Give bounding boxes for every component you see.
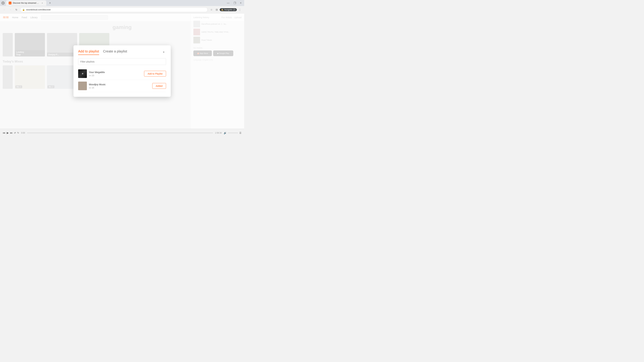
incognito-badge[interactable]: 🕵 Incognito (2) xyxy=(220,8,237,11)
filter-playlists-input[interactable] xyxy=(78,58,166,65)
volume-button[interactable]: 🔊 xyxy=(224,132,226,134)
split-view-button[interactable]: ⊟ xyxy=(214,7,219,12)
page-content: ≋≋ Home Feed Library For Artists Upload … xyxy=(0,13,244,129)
play-button[interactable]: ▶ xyxy=(7,131,9,134)
modal-tabs: Add to playlist Create a playlist xyxy=(78,49,127,55)
moodjoy-thumbnail xyxy=(78,82,87,90)
player-right-controls: 🔊 ☰ xyxy=(224,132,242,134)
modal-header: Add to playlist Create a playlist × xyxy=(74,45,171,55)
refresh-button[interactable]: ↻ xyxy=(14,7,19,12)
incognito-label: Incognito (2) xyxy=(224,8,236,11)
security-icon: 🔒 xyxy=(22,8,25,11)
shuffle-button[interactable]: ⇄ xyxy=(14,132,16,134)
tab-list-button[interactable]: ▾ xyxy=(1,1,5,5)
browser-toolbar: ← → ↻ 🔒 soundcloud.com/discover ☆ ⊟ 🕵 In… xyxy=(0,6,244,13)
player-controls: ⏮ ▶ ⏭ ⇄ ↻ xyxy=(3,131,19,134)
back-button[interactable]: ← xyxy=(2,7,7,12)
tab-close-button[interactable]: × xyxy=(41,2,44,4)
tab-favicon: SC xyxy=(9,2,12,4)
modal-close-button[interactable]: × xyxy=(161,50,166,54)
browser-menu-button[interactable]: ⋮ xyxy=(238,7,242,12)
volume-slider[interactable] xyxy=(228,133,238,133)
tab-create-playlist[interactable]: Create a playlist xyxy=(103,49,127,55)
moodjoy-name: Moodjoy Music xyxy=(89,83,150,86)
browser-title-bar: ▾ SC Discover the top streamed mus... × … xyxy=(0,0,244,6)
megamix-track-count: 23 xyxy=(92,74,94,77)
time-elapsed: 0:00 xyxy=(21,132,25,134)
time-total: 1:58:34 xyxy=(215,132,222,134)
forward-button[interactable]: → xyxy=(8,7,13,12)
player-bar: ⏮ ▶ ⏭ ⇄ ↻ 0:00 1:58:34 🔊 ☰ xyxy=(0,129,244,137)
address-bar[interactable]: 🔒 soundcloud.com/discover xyxy=(20,7,208,12)
playlist-item-moodjoy: Moodjoy Music ≡≡ 15 Added xyxy=(78,80,166,92)
prev-button[interactable]: ⏮ xyxy=(3,131,5,134)
toolbar-right: ☆ ⊟ 🕵 Incognito (2) ⋮ xyxy=(209,7,242,12)
close-window-button[interactable]: × xyxy=(239,1,243,5)
added-to-moodjoy-button[interactable]: Added xyxy=(152,83,166,89)
repeat-button[interactable]: ↻ xyxy=(17,132,19,134)
maximize-button[interactable]: ❐ xyxy=(232,1,237,5)
tab-title: Discover the top streamed mus... xyxy=(13,2,40,4)
add-to-megamix-button[interactable]: Add to Playlist xyxy=(144,71,166,77)
megamix-info: Your MegaMix ≡≡ 23 xyxy=(89,71,142,77)
megamix-thumbnail: ✦ xyxy=(78,69,87,78)
track-count-icon-1: ≡≡ xyxy=(89,74,91,76)
queue-button[interactable]: ☰ xyxy=(239,132,242,134)
add-to-playlist-modal: Add to playlist Create a playlist × ✦ Yo… xyxy=(74,45,171,97)
track-count-icon-2: ≡≡ xyxy=(89,87,91,89)
moodjoy-info: Moodjoy Music ≡≡ 15 xyxy=(89,83,150,89)
moodjoy-track-count: 15 xyxy=(92,86,94,89)
megamix-name: Your MegaMix xyxy=(89,71,142,73)
incognito-icon: 🕵 xyxy=(221,8,224,11)
browser-tab-active[interactable]: SC Discover the top streamed mus... × xyxy=(6,0,46,6)
minimize-button[interactable]: — xyxy=(226,1,231,5)
megamix-count: ≡≡ 23 xyxy=(89,74,142,77)
new-tab-button[interactable]: + xyxy=(48,1,52,5)
moodjoy-count: ≡≡ 15 xyxy=(89,86,150,89)
next-button[interactable]: ⏭ xyxy=(10,131,13,134)
tab-add-to-playlist[interactable]: Add to playlist xyxy=(78,49,99,55)
browser-chrome: ▾ SC Discover the top streamed mus... × … xyxy=(0,0,244,13)
player-progress-bar[interactable] xyxy=(27,133,213,133)
favorite-button[interactable]: ☆ xyxy=(209,7,214,12)
window-controls: — ❐ × xyxy=(226,1,243,5)
url-text: soundcloud.com/discover xyxy=(26,8,51,11)
modal-body: ✦ Your MegaMix ≡≡ 23 Add to Playlist xyxy=(74,55,171,97)
playlist-item-megamix: ✦ Your MegaMix ≡≡ 23 Add to Playlist xyxy=(78,68,166,80)
